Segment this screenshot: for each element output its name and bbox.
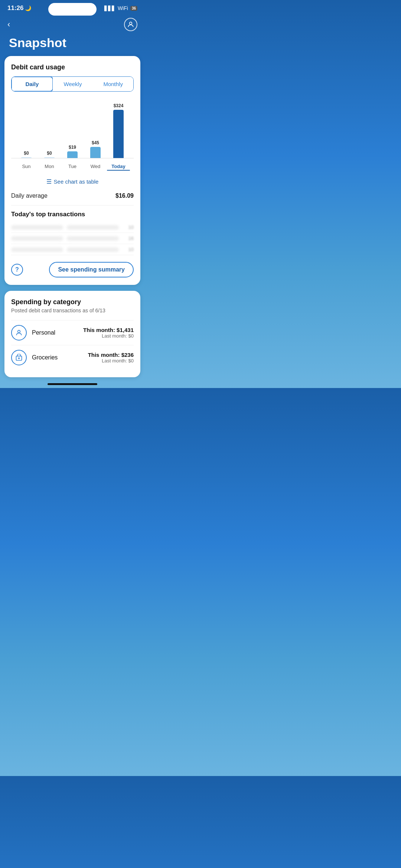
table-icon: ☰ [46, 178, 52, 185]
bar-col-today: $324 [107, 99, 130, 158]
daily-average-value: $16.09 [115, 193, 134, 199]
bar-amount-sun: $0 [24, 151, 29, 156]
personal-amounts: This month: $1,431 Last month: $0 [83, 327, 134, 339]
debit-card-usage-card: Debit card usage Daily Weekly Monthly $0… [4, 56, 140, 285]
transaction-amount-3: 10 [123, 247, 134, 252]
bar-amount-mon: $0 [47, 151, 52, 156]
personal-category-name: Personal [32, 329, 83, 336]
svg-point-0 [130, 22, 132, 24]
transaction-amount-2: 16 [123, 236, 134, 241]
bar-wed [90, 147, 101, 158]
see-spending-summary-button[interactable]: See spending summary [49, 262, 134, 277]
bar-col-tue: $19 [61, 99, 84, 158]
bar-chart: $0 $0 $19 $45 $324 [11, 99, 134, 158]
help-icon-label: ? [15, 266, 19, 273]
transaction-text-2b [67, 236, 119, 241]
back-button[interactable]: ‹ [7, 20, 10, 29]
groceries-this-month: This month: $236 [88, 352, 134, 358]
category-row-personal: Personal This month: $1,431 Last month: … [11, 320, 134, 345]
debit-card-title: Debit card usage [11, 63, 134, 71]
transaction-text-2 [11, 236, 63, 241]
bar-amount-tue: $19 [69, 145, 76, 150]
transaction-amount-1: 10 [123, 224, 134, 230]
personal-this-month: This month: $1,431 [83, 327, 134, 333]
bar-label-tue: Tue [61, 164, 84, 171]
personal-icon [11, 325, 27, 341]
personal-last-month: Last month: $0 [83, 333, 134, 339]
help-button[interactable]: ? [11, 264, 23, 276]
svg-point-1 [18, 330, 20, 333]
transaction-text-1 [11, 225, 63, 230]
daily-average-label: Daily average [11, 193, 48, 199]
transaction-text-3b [67, 247, 119, 252]
bar-label-mon: Mon [38, 164, 61, 171]
status-time: 11:26 🌙 [7, 4, 31, 12]
bar-label-sun: Sun [15, 164, 38, 171]
see-chart-section: ☰ See chart as table [11, 175, 134, 191]
transaction-row-2: 16 [11, 233, 134, 244]
moon-icon: 🌙 [25, 5, 31, 11]
bar-tue [67, 151, 78, 158]
see-chart-link[interactable]: ☰ See chart as table [46, 178, 99, 185]
signal-icon: ▋▋▋ [104, 6, 115, 11]
bar-mon [44, 157, 55, 158]
spending-category-subtitle: Posted debit card transactions as of 6/1… [11, 308, 134, 313]
bar-col-wed: $45 [84, 99, 107, 158]
tab-daily[interactable]: Daily [11, 76, 53, 92]
status-icons: ▋▋▋ WiFi 36 [104, 5, 137, 11]
time-period-tabs: Daily Weekly Monthly [11, 76, 134, 92]
profile-icon[interactable] [124, 18, 137, 31]
tab-weekly[interactable]: Weekly [53, 77, 93, 91]
daily-average-row: Daily average $16.09 [11, 191, 134, 206]
bar-sun [21, 157, 32, 158]
battery-icon: 36 [130, 6, 137, 11]
page-title: Snapshot [0, 33, 145, 56]
groceries-category-name: Groceries [32, 354, 88, 361]
bar-labels: Sun Mon Tue Wed Today [11, 161, 134, 171]
spending-category-card: Spending by category Posted debit card t… [4, 291, 140, 377]
dynamic-island [48, 3, 97, 16]
home-indicator [48, 383, 97, 385]
transaction-row-3: 10 [11, 244, 134, 255]
top-nav: ‹ [0, 15, 145, 33]
bar-label-wed: Wed [84, 164, 107, 171]
spending-category-title: Spending by category [11, 298, 134, 306]
wifi-icon: WiFi [118, 5, 128, 11]
transaction-text-1b [67, 225, 119, 230]
groceries-amounts: This month: $236 Last month: $0 [88, 352, 134, 364]
category-row-groceries: Groceries This month: $236 Last month: $… [11, 345, 134, 370]
bar-today [113, 110, 124, 158]
bar-col-sun: $0 [15, 99, 38, 158]
bar-label-today: Today [107, 164, 130, 171]
transaction-text-3 [11, 247, 63, 252]
bar-amount-wed: $45 [92, 140, 99, 145]
groceries-last-month: Last month: $0 [88, 358, 134, 364]
bar-amount-today: $324 [114, 103, 124, 108]
card-footer: ? See spending summary [11, 257, 134, 277]
status-bar: 11:26 🌙 ▋▋▋ WiFi 36 [0, 0, 145, 15]
bar-col-mon: $0 [38, 99, 61, 158]
transaction-row-1: 10 [11, 222, 134, 233]
groceries-icon [11, 350, 27, 365]
top-transactions-title: Today's top transactions [11, 211, 134, 218]
see-chart-label: See chart as table [54, 178, 99, 185]
tab-monthly[interactable]: Monthly [93, 77, 133, 91]
